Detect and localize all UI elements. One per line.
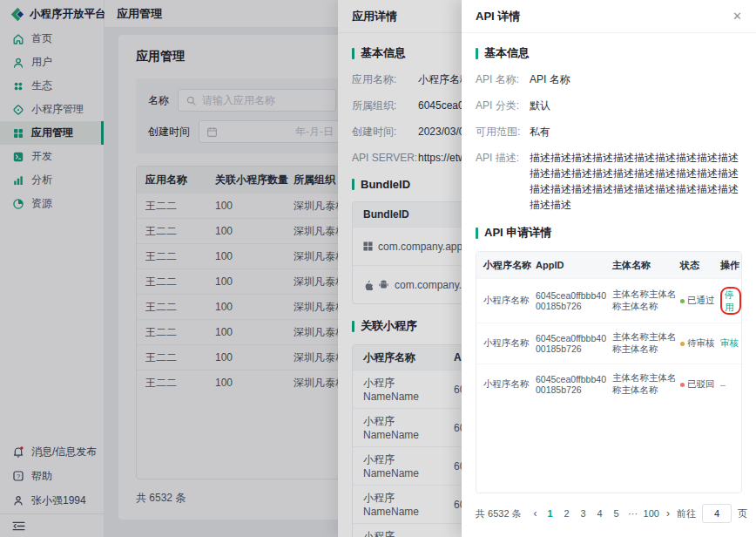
pagination-total: 共 6532 条 bbox=[476, 507, 522, 520]
no-action: – bbox=[720, 379, 726, 390]
status-badge: 待审核 bbox=[687, 337, 715, 350]
drawer-header: API 详情 ✕ bbox=[462, 0, 756, 33]
status-dot bbox=[680, 383, 685, 387]
api-table-row: 小程序名称6045cea0ffbbb4000185b726主体名称主体名称主体名… bbox=[476, 323, 741, 364]
api-table-row: 小程序名称6045cea0ffbbb4000185b726主体名称主体名称主体名… bbox=[476, 364, 741, 404]
page-number[interactable]: 1 bbox=[544, 508, 557, 519]
status-dot bbox=[680, 342, 685, 346]
api-basic-fields: API 名称:API 名称API 分类:默认可用范围:私有API 描述:描述描述… bbox=[476, 71, 742, 223]
section-api-apply: API 申请详情 bbox=[476, 225, 742, 241]
column-header: 操作 bbox=[719, 259, 741, 272]
prev-page-icon[interactable]: ‹ bbox=[531, 507, 540, 520]
api-field: API 分类:默认 bbox=[476, 98, 742, 113]
review-api-link[interactable]: 审核 bbox=[720, 337, 739, 348]
api-apply-table: 小程序名称AppID主体名称状态操作 小程序名称6045cea0ffbbb400… bbox=[476, 251, 742, 493]
pagination: 共 6532 条 ‹ 12345···100 › 前往 页 bbox=[476, 502, 742, 525]
api-field: API 名称:API 名称 bbox=[476, 71, 742, 87]
api-field: 可用范围:私有 bbox=[476, 124, 742, 139]
column-header: 主体名称 bbox=[609, 259, 678, 272]
goto-suffix: 页 bbox=[738, 507, 747, 520]
page-ellipsis: ··· bbox=[627, 508, 639, 519]
api-detail-drawer: API 详情 ✕ 基本信息 API 名称:API 名称API 分类:默认可用范围… bbox=[462, 0, 756, 537]
column-header: AppID bbox=[532, 260, 609, 270]
page-number[interactable]: 5 bbox=[611, 508, 623, 519]
status-badge: 已驳回 bbox=[687, 378, 715, 391]
column-header: 状态 bbox=[678, 259, 719, 272]
goto-page-input[interactable] bbox=[702, 504, 732, 523]
highlight-annotation: 停用 bbox=[720, 287, 741, 315]
disable-api-link[interactable]: 停用 bbox=[725, 289, 734, 312]
api-table-header: 小程序名称AppID主体名称状态操作 bbox=[476, 252, 741, 278]
page-number[interactable]: 100 bbox=[644, 508, 659, 519]
status-dot bbox=[680, 299, 685, 303]
api-table-row: 小程序名称6045cea0ffbbb4000185b726主体名称主体名称主体名… bbox=[476, 278, 741, 323]
page-number[interactable]: 2 bbox=[561, 508, 573, 519]
section-api-basic: 基本信息 bbox=[476, 45, 742, 61]
page-number[interactable]: 4 bbox=[594, 508, 606, 519]
page-number[interactable]: 3 bbox=[577, 508, 590, 519]
next-page-icon[interactable]: › bbox=[664, 507, 672, 520]
status-badge: 已通过 bbox=[687, 295, 715, 307]
goto-label: 前往 bbox=[677, 507, 696, 520]
column-header: 小程序名称 bbox=[476, 259, 532, 272]
close-icon[interactable]: ✕ bbox=[732, 10, 742, 23]
api-field: API 描述:描述描述描述描述描述描述描述描述描述描述描述描述描述描述描述描述描… bbox=[476, 150, 742, 213]
